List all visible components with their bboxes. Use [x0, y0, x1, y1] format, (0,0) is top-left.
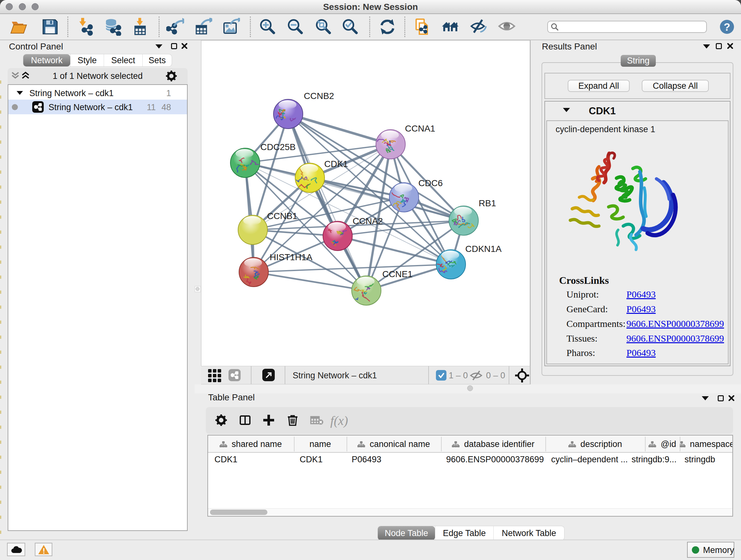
svg-text:CCNB2: CCNB2: [304, 91, 334, 101]
svg-text:RB1: RB1: [479, 198, 496, 208]
svg-text:CCNE1: CCNE1: [382, 269, 413, 279]
svg-text:CCNA1: CCNA1: [405, 124, 435, 133]
svg-text:CCNA2: CCNA2: [353, 216, 383, 226]
svg-text:CCNB1: CCNB1: [267, 211, 297, 221]
svg-text:CDK1: CDK1: [324, 159, 348, 169]
svg-text:HIST1H1A: HIST1H1A: [270, 252, 313, 262]
svg-text:CDC6: CDC6: [418, 178, 443, 188]
svg-text:CDC25B: CDC25B: [260, 142, 295, 152]
svg-text:CDKN1A: CDKN1A: [465, 244, 502, 254]
